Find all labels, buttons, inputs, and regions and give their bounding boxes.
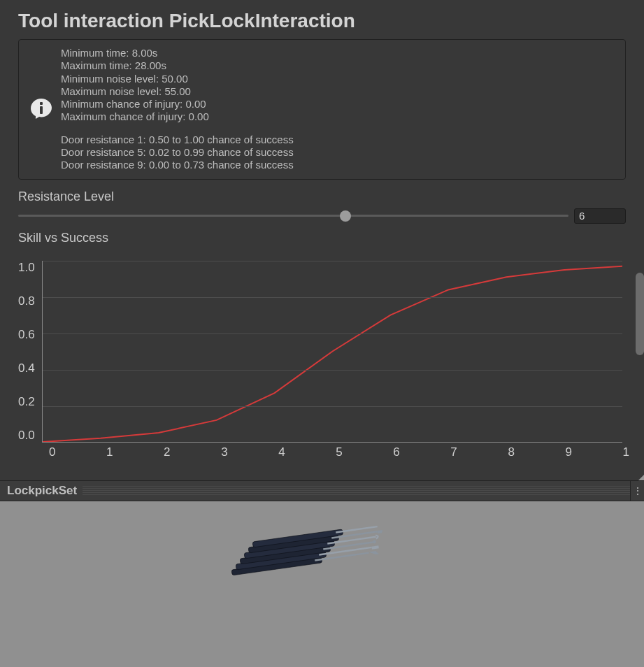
chart-plot	[42, 261, 622, 443]
info-line: Door resistance 1: 0.50 to 1.00 chance o…	[61, 134, 294, 146]
y-tick-label: 0.4	[18, 361, 35, 375]
x-tick-label: 2	[164, 445, 221, 459]
preview-viewport[interactable]	[0, 501, 644, 667]
y-tick-label: 1.0	[18, 261, 35, 275]
info-line: Maximum chance of injury: 0.00	[61, 110, 294, 123]
preview-drag-handle[interactable]	[83, 486, 630, 496]
info-line: Minimum chance of injury: 0.00	[61, 98, 294, 110]
kebab-menu-icon: ⋮	[633, 485, 643, 496]
help-text: Minimum time: 8.00s Maximum time: 28.00s…	[61, 47, 294, 172]
info-line: Door resistance 9: 0.00 to 0.73 chance o…	[61, 159, 294, 171]
info-line: Door resistance 5: 0.02 to 0.99 chance o…	[61, 146, 294, 159]
preview-header[interactable]: LockpickSet ⋮	[0, 480, 644, 501]
y-tick-label: 0.8	[18, 294, 35, 308]
svg-rect-1	[40, 106, 43, 114]
info-line: Maximum noise level: 55.00	[61, 85, 294, 98]
lockpick-model-icon	[231, 525, 399, 602]
help-box: Minimum time: 8.00s Maximum time: 28.00s…	[18, 39, 626, 180]
svg-point-8	[372, 540, 375, 543]
chart-y-axis: 1.00.80.60.40.20.0	[18, 261, 42, 443]
expand-toggle-icon[interactable]	[638, 469, 644, 480]
x-tick-label: 0	[49, 445, 106, 459]
y-tick-label: 0.6	[18, 328, 35, 342]
chart-x-axis: 01234567891	[49, 443, 629, 459]
x-tick-label: 3	[221, 445, 278, 459]
info-line: Minimum noise level: 50.00	[61, 73, 294, 85]
preview-asset-name: LockpickSet	[7, 484, 83, 498]
info-icon	[29, 96, 54, 122]
x-tick-label: 1	[622, 445, 629, 459]
resistance-slider[interactable]	[18, 210, 568, 222]
resistance-label: Resistance Level	[0, 185, 644, 208]
scrollbar-thumb[interactable]	[636, 273, 644, 355]
x-tick-label: 4	[278, 445, 336, 459]
preview-options-button[interactable]: ⋮	[630, 481, 644, 501]
y-tick-label: 0.2	[18, 395, 35, 409]
resistance-value-input[interactable]	[574, 208, 626, 224]
info-line: Minimum time: 8.00s	[61, 47, 294, 59]
info-line: Maximum time: 28.00s	[61, 59, 294, 72]
x-tick-label: 8	[508, 445, 565, 459]
chart-series-line	[43, 266, 622, 441]
y-tick-label: 0.0	[18, 429, 35, 443]
x-tick-label: 5	[336, 445, 393, 459]
chart-title: Skill vs Success	[18, 231, 631, 261]
x-tick-label: 7	[450, 445, 508, 459]
svg-rect-0	[40, 102, 43, 105]
x-tick-label: 6	[393, 445, 450, 459]
panel-title: Tool interaction PickLockInteraction	[0, 0, 644, 39]
asset-preview-panel: LockpickSet ⋮	[0, 480, 644, 667]
x-tick-label: 9	[565, 445, 622, 459]
x-tick-label: 1	[106, 445, 164, 459]
